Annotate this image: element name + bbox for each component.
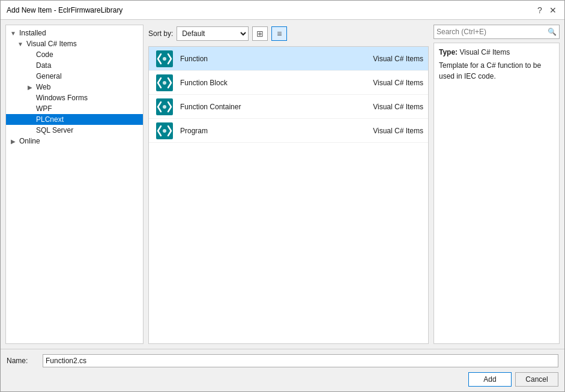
grid-view-button[interactable]: ⊞ [252,26,268,41]
item-icon-3 [154,121,175,140]
windows-forms-label: Windows Forms [35,94,140,102]
items-list: FunctionVisual C# Items Function BlockVi… [148,46,429,344]
tree-installed[interactable]: ▼ Installed [6,28,143,38]
button-row: Add Cancel [7,372,558,387]
list-icon: ≡ [277,29,282,38]
tree-web[interactable]: ▶ Web [6,82,143,92]
name-input[interactable] [43,354,558,367]
online-label: Online [18,137,140,145]
visual-csharp-label: Visual C# Items [25,40,140,48]
search-box[interactable]: 🔍 [434,25,560,39]
item-name: Function [180,55,351,63]
close-button[interactable]: ✕ [548,5,558,16]
svg-point-5 [163,105,166,109]
item-name: Function Container [180,103,351,111]
item-name: Program [180,127,351,135]
item-icon-1 [154,73,175,92]
web-label: Web [35,83,140,91]
item-category: Visual C# Items [351,127,423,135]
toolbar-row: Sort by: Default Name Type ⊞ ≡ [148,25,429,43]
item-name: Function Block [180,79,351,87]
search-input[interactable] [437,28,548,36]
tree-general[interactable]: General [6,71,143,82]
svg-point-7 [163,129,166,133]
list-view-button[interactable]: ≡ [271,26,287,41]
main-area: ▼ Installed ▼ Visual C# Items Code Data … [1,20,564,349]
info-panel: Type: Visual C# Items Template for a C# … [434,43,560,344]
sort-select[interactable]: Default Name Type [177,26,249,41]
tree-online[interactable]: ▶ Online [6,136,143,146]
sort-by-label: Sort by: [148,29,173,38]
tree-sql-server[interactable]: SQL Server [6,125,143,136]
tree-code[interactable]: Code [6,49,143,60]
list-item[interactable]: Function ContainerVisual C# Items [149,95,428,119]
tree-data[interactable]: Data [6,60,143,71]
item-category: Visual C# Items [351,103,423,111]
tree-windows-forms[interactable]: Windows Forms [6,92,143,103]
add-button[interactable]: Add [468,372,512,387]
type-value: Visual C# Items [459,48,510,56]
data-label: Data [35,61,140,70]
installed-label: Installed [18,29,140,37]
grid-icon: ⊞ [256,29,264,38]
list-item[interactable]: ProgramVisual C# Items [149,119,428,143]
type-label: Type: [439,48,458,56]
title-controls: ? ✕ [534,5,558,16]
online-expander: ▶ [8,138,18,145]
bottom-area: Name: Add Cancel [1,349,564,391]
tree-plcnext[interactable]: PLCnext [6,114,143,125]
title-bar: Add New Item - EclrFirmwareLibrary ? ✕ [1,1,564,20]
search-icon: 🔍 [548,28,557,36]
installed-expander: ▼ [8,30,18,37]
tree-visual-csharp[interactable]: ▼ Visual C# Items [6,38,143,49]
wpf-label: WPF [35,104,140,113]
plcnext-label: PLCnext [35,115,140,124]
svg-point-1 [163,57,166,61]
list-item[interactable]: Function BlockVisual C# Items [149,71,428,95]
item-icon-0 [154,49,175,68]
dialog: Add New Item - EclrFirmwareLibrary ? ✕ ▼… [0,0,565,392]
info-type-row: Type: Visual C# Items [439,48,554,56]
web-expander: ▶ [25,84,35,91]
name-row: Name: [7,354,558,367]
left-panel: ▼ Installed ▼ Visual C# Items Code Data … [5,25,144,344]
list-item[interactable]: FunctionVisual C# Items [149,47,428,71]
code-label: Code [35,50,140,59]
name-label: Name: [7,357,37,365]
dialog-title: Add New Item - EclrFirmwareLibrary [7,6,122,14]
cancel-button[interactable]: Cancel [515,372,558,387]
item-category: Visual C# Items [351,55,423,63]
help-button[interactable]: ? [534,5,545,16]
general-label: General [35,72,140,80]
item-category: Visual C# Items [351,79,423,87]
visual-csharp-expander: ▼ [16,41,25,47]
tree-wpf[interactable]: WPF [6,103,143,114]
center-panel: Sort by: Default Name Type ⊞ ≡ [148,25,429,344]
info-description: Template for a C# function to be used in… [439,60,554,82]
item-icon-2 [154,97,175,116]
sql-server-label: SQL Server [35,126,140,134]
svg-point-3 [163,81,166,85]
right-panel: 🔍 Type: Visual C# Items Template for a C… [434,25,560,344]
